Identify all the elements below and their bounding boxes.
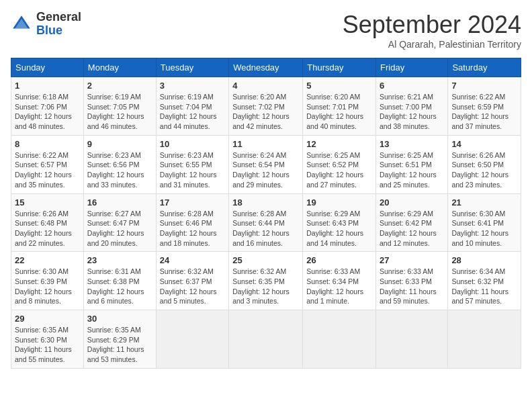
day-cell: 13Sunrise: 6:25 AM Sunset: 6:51 PM Dayli… bbox=[376, 135, 448, 193]
day-cell: 14Sunrise: 6:26 AM Sunset: 6:50 PM Dayli… bbox=[448, 135, 521, 193]
day-detail: Sunrise: 6:29 AM Sunset: 6:43 PM Dayligh… bbox=[306, 209, 372, 248]
day-cell: 12Sunrise: 6:25 AM Sunset: 6:52 PM Dayli… bbox=[303, 135, 376, 193]
column-header-sunday: Sunday bbox=[11, 58, 84, 77]
column-header-thursday: Thursday bbox=[303, 58, 376, 77]
day-detail: Sunrise: 6:23 AM Sunset: 6:56 PM Dayligh… bbox=[87, 150, 152, 190]
day-cell: 1Sunrise: 6:18 AM Sunset: 7:06 PM Daylig… bbox=[11, 77, 84, 136]
day-number: 26 bbox=[306, 255, 372, 265]
day-number: 19 bbox=[306, 197, 372, 208]
day-number: 10 bbox=[160, 139, 225, 149]
day-cell: 8Sunrise: 6:22 AM Sunset: 6:57 PM Daylig… bbox=[11, 135, 84, 193]
day-number: 29 bbox=[15, 314, 80, 324]
day-number: 13 bbox=[380, 139, 444, 149]
day-detail: Sunrise: 6:35 AM Sunset: 6:29 PM Dayligh… bbox=[87, 325, 152, 365]
day-detail: Sunrise: 6:23 AM Sunset: 6:55 PM Dayligh… bbox=[160, 150, 225, 190]
day-number: 28 bbox=[451, 255, 517, 265]
day-detail: Sunrise: 6:32 AM Sunset: 6:37 PM Dayligh… bbox=[160, 267, 225, 306]
column-header-tuesday: Tuesday bbox=[156, 58, 228, 77]
week-row-1: 1Sunrise: 6:18 AM Sunset: 7:06 PM Daylig… bbox=[11, 77, 521, 136]
month-title: September 2024 bbox=[343, 11, 521, 39]
day-cell: 21Sunrise: 6:30 AM Sunset: 6:41 PM Dayli… bbox=[448, 193, 521, 252]
day-cell: 2Sunrise: 6:19 AM Sunset: 7:05 PM Daylig… bbox=[83, 77, 156, 136]
day-number: 4 bbox=[232, 81, 299, 91]
title-block: September 2024 Al Qararah, Palestinian T… bbox=[343, 11, 521, 50]
day-detail: Sunrise: 6:24 AM Sunset: 6:54 PM Dayligh… bbox=[232, 150, 299, 190]
day-detail: Sunrise: 6:19 AM Sunset: 7:04 PM Dayligh… bbox=[160, 92, 225, 132]
calendar-body: 1Sunrise: 6:18 AM Sunset: 7:06 PM Daylig… bbox=[11, 77, 521, 369]
day-number: 8 bbox=[15, 139, 80, 149]
day-cell: 15Sunrise: 6:26 AM Sunset: 6:48 PM Dayli… bbox=[11, 193, 84, 252]
day-cell: 25Sunrise: 6:32 AM Sunset: 6:35 PM Dayli… bbox=[229, 252, 303, 310]
day-cell: 16Sunrise: 6:27 AM Sunset: 6:47 PM Dayli… bbox=[83, 193, 156, 252]
day-cell: 10Sunrise: 6:23 AM Sunset: 6:55 PM Dayli… bbox=[156, 135, 228, 193]
day-cell: 3Sunrise: 6:19 AM Sunset: 7:04 PM Daylig… bbox=[156, 77, 228, 136]
week-row-5: 29Sunrise: 6:35 AM Sunset: 6:30 PM Dayli… bbox=[11, 310, 521, 369]
day-cell: 29Sunrise: 6:35 AM Sunset: 6:30 PM Dayli… bbox=[11, 310, 84, 369]
day-number: 1 bbox=[15, 81, 80, 91]
day-number: 3 bbox=[160, 81, 225, 91]
day-cell: 27Sunrise: 6:33 AM Sunset: 6:33 PM Dayli… bbox=[376, 252, 448, 310]
week-row-2: 8Sunrise: 6:22 AM Sunset: 6:57 PM Daylig… bbox=[11, 135, 521, 193]
day-detail: Sunrise: 6:26 AM Sunset: 6:48 PM Dayligh… bbox=[15, 209, 80, 248]
day-detail: Sunrise: 6:33 AM Sunset: 6:34 PM Dayligh… bbox=[306, 267, 372, 306]
day-cell: 18Sunrise: 6:28 AM Sunset: 6:44 PM Dayli… bbox=[229, 193, 303, 252]
day-number: 18 bbox=[232, 197, 299, 208]
day-cell: 5Sunrise: 6:20 AM Sunset: 7:01 PM Daylig… bbox=[303, 77, 376, 136]
week-row-4: 22Sunrise: 6:30 AM Sunset: 6:39 PM Dayli… bbox=[11, 252, 521, 310]
day-cell: 17Sunrise: 6:28 AM Sunset: 6:46 PM Dayli… bbox=[156, 193, 228, 252]
day-cell: 6Sunrise: 6:21 AM Sunset: 7:00 PM Daylig… bbox=[376, 77, 448, 136]
day-detail: Sunrise: 6:20 AM Sunset: 7:01 PM Dayligh… bbox=[306, 92, 372, 132]
day-detail: Sunrise: 6:26 AM Sunset: 6:50 PM Dayligh… bbox=[451, 150, 517, 190]
day-cell: 20Sunrise: 6:29 AM Sunset: 6:42 PM Dayli… bbox=[376, 193, 448, 252]
day-cell: 4Sunrise: 6:20 AM Sunset: 7:02 PM Daylig… bbox=[229, 77, 303, 136]
day-detail: Sunrise: 6:20 AM Sunset: 7:02 PM Dayligh… bbox=[232, 92, 299, 132]
day-detail: Sunrise: 6:28 AM Sunset: 6:44 PM Dayligh… bbox=[232, 209, 299, 248]
day-cell: 26Sunrise: 6:33 AM Sunset: 6:34 PM Dayli… bbox=[303, 252, 376, 310]
day-number: 27 bbox=[380, 255, 444, 265]
day-number: 9 bbox=[87, 139, 152, 149]
day-cell: 7Sunrise: 6:22 AM Sunset: 6:59 PM Daylig… bbox=[448, 77, 521, 136]
day-cell bbox=[448, 310, 521, 369]
day-number: 6 bbox=[380, 81, 444, 91]
calendar-table: SundayMondayTuesdayWednesdayThursdayFrid… bbox=[11, 58, 521, 369]
day-detail: Sunrise: 6:22 AM Sunset: 6:57 PM Dayligh… bbox=[15, 150, 80, 190]
day-detail: Sunrise: 6:35 AM Sunset: 6:30 PM Dayligh… bbox=[15, 325, 80, 365]
day-number: 15 bbox=[15, 197, 80, 208]
day-number: 2 bbox=[87, 81, 152, 91]
day-detail: Sunrise: 6:34 AM Sunset: 6:32 PM Dayligh… bbox=[451, 267, 517, 306]
logo-text: General Blue bbox=[36, 11, 81, 38]
day-cell bbox=[303, 310, 376, 369]
day-cell: 24Sunrise: 6:32 AM Sunset: 6:37 PM Dayli… bbox=[156, 252, 228, 310]
day-number: 16 bbox=[87, 197, 152, 208]
day-cell bbox=[229, 310, 303, 369]
column-header-saturday: Saturday bbox=[448, 58, 521, 77]
day-cell: 28Sunrise: 6:34 AM Sunset: 6:32 PM Dayli… bbox=[448, 252, 521, 310]
day-number: 5 bbox=[306, 81, 372, 91]
day-detail: Sunrise: 6:33 AM Sunset: 6:33 PM Dayligh… bbox=[380, 267, 444, 306]
day-cell: 11Sunrise: 6:24 AM Sunset: 6:54 PM Dayli… bbox=[229, 135, 303, 193]
day-detail: Sunrise: 6:31 AM Sunset: 6:38 PM Dayligh… bbox=[87, 267, 152, 306]
day-number: 11 bbox=[232, 139, 299, 149]
day-cell: 9Sunrise: 6:23 AM Sunset: 6:56 PM Daylig… bbox=[83, 135, 156, 193]
day-detail: Sunrise: 6:19 AM Sunset: 7:05 PM Dayligh… bbox=[87, 92, 152, 132]
week-row-3: 15Sunrise: 6:26 AM Sunset: 6:48 PM Dayli… bbox=[11, 193, 521, 252]
logo: General Blue bbox=[11, 11, 81, 38]
day-detail: Sunrise: 6:18 AM Sunset: 7:06 PM Dayligh… bbox=[15, 92, 80, 132]
day-number: 23 bbox=[87, 255, 152, 265]
day-number: 14 bbox=[451, 139, 517, 149]
column-header-friday: Friday bbox=[376, 58, 448, 77]
day-detail: Sunrise: 6:30 AM Sunset: 6:41 PM Dayligh… bbox=[451, 209, 517, 248]
day-cell bbox=[156, 310, 228, 369]
logo-icon bbox=[11, 13, 32, 35]
day-cell bbox=[376, 310, 448, 369]
location: Al Qararah, Palestinian Territory bbox=[343, 39, 521, 50]
day-number: 21 bbox=[451, 197, 517, 208]
day-detail: Sunrise: 6:30 AM Sunset: 6:39 PM Dayligh… bbox=[15, 267, 80, 306]
day-detail: Sunrise: 6:25 AM Sunset: 6:51 PM Dayligh… bbox=[380, 150, 444, 190]
day-number: 20 bbox=[380, 197, 444, 208]
day-cell: 30Sunrise: 6:35 AM Sunset: 6:29 PM Dayli… bbox=[83, 310, 156, 369]
day-detail: Sunrise: 6:21 AM Sunset: 7:00 PM Dayligh… bbox=[380, 92, 444, 132]
day-number: 25 bbox=[232, 255, 299, 265]
column-header-wednesday: Wednesday bbox=[229, 58, 303, 77]
day-detail: Sunrise: 6:29 AM Sunset: 6:42 PM Dayligh… bbox=[380, 209, 444, 248]
